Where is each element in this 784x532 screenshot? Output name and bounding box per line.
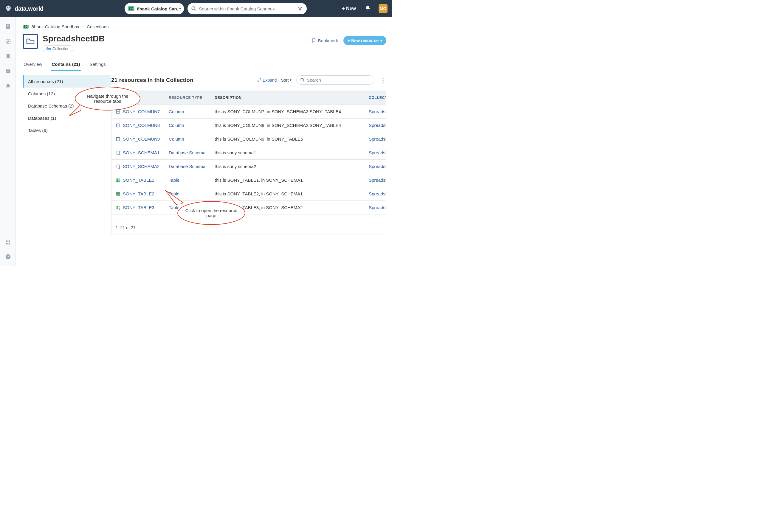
table-row[interactable]: TSONY_COLMUN9Columnthis is SONY_COLMUN9,… xyxy=(111,132,386,146)
tab-contains[interactable]: Contains (21) xyxy=(51,59,81,71)
bookmark-rail-icon[interactable] xyxy=(5,53,11,59)
svg-rect-14 xyxy=(6,240,7,242)
owl-icon xyxy=(4,5,12,12)
table-header: RESOURCE TYPE DESCRIPTION COLLECT xyxy=(111,91,386,105)
content-heading: 21 resources in this Collection xyxy=(111,77,253,83)
table-row[interactable]: SONY_TABLE3Tablethis is SONY_TABLE3, in … xyxy=(111,201,386,214)
svg-point-44 xyxy=(119,208,120,210)
crumb-section[interactable]: Collections xyxy=(87,24,109,29)
resource-desc-cell: this is SONY_COLMUN8, in SONY_SCHEMA2.SO… xyxy=(211,119,365,132)
chevron-down-icon: ▾ xyxy=(179,6,184,11)
search-input[interactable] xyxy=(196,6,297,11)
col-coll[interactable]: COLLECT xyxy=(365,91,386,105)
svg-rect-17 xyxy=(8,243,10,244)
catalog-label: 8bank Catalog San... xyxy=(135,6,179,11)
filter-icon[interactable] xyxy=(297,6,303,11)
explore-icon[interactable] xyxy=(5,38,11,45)
resource-name-cell[interactable]: SONY_SCHEMA2 xyxy=(116,164,160,169)
svg-rect-11 xyxy=(8,26,9,27)
content-search[interactable] xyxy=(296,76,374,85)
svg-rect-8 xyxy=(6,25,7,26)
table-footer: 1–21 of 21 xyxy=(111,221,386,234)
svg-point-3 xyxy=(7,7,8,8)
svg-point-34 xyxy=(119,181,120,182)
help-icon[interactable]: ? xyxy=(5,254,11,260)
search-icon xyxy=(300,78,305,83)
resource-type-cell[interactable]: Database Schema xyxy=(165,146,211,159)
resource-type-cell[interactable]: Table xyxy=(165,173,211,187)
org-icon[interactable] xyxy=(5,24,11,29)
resource-coll-cell[interactable]: Spreadshe xyxy=(365,160,386,173)
expand-icon xyxy=(257,78,261,82)
crumb-sep: › xyxy=(82,24,84,29)
bookmark-icon xyxy=(311,38,316,43)
resource-type-cell[interactable]: Column xyxy=(165,105,211,118)
collection-chip[interactable]: Collection xyxy=(43,45,73,52)
user-avatar[interactable]: MO xyxy=(379,4,388,13)
resource-coll-cell[interactable]: Spreadshe xyxy=(365,146,386,159)
resource-desc-cell: this is SONY_TABLE1, in SONY_SCHEMA1 xyxy=(211,173,365,187)
new-button[interactable]: + New xyxy=(339,4,359,13)
col-type[interactable]: RESOURCE TYPE xyxy=(165,91,211,105)
svg-text:T: T xyxy=(117,124,119,127)
crumb-badge: 8C xyxy=(23,25,29,29)
alerts-icon[interactable] xyxy=(5,83,11,89)
svg-point-4 xyxy=(9,7,9,8)
tab-settings[interactable]: Settings xyxy=(89,59,106,71)
resource-coll-cell[interactable]: Spreadshe xyxy=(365,105,386,118)
svg-line-6 xyxy=(195,9,196,10)
resource-type-cell[interactable]: Column xyxy=(165,119,211,132)
empty-row xyxy=(111,214,386,221)
table-row[interactable]: TSONY_COLMUN8Columnthis is SONY_COLMUN8,… xyxy=(111,118,386,132)
resource-name-cell[interactable]: SONY_SCHEMA1 xyxy=(116,150,160,155)
apps-icon[interactable] xyxy=(5,239,11,245)
notifications-button[interactable] xyxy=(363,5,373,12)
more-menu[interactable]: ⋮ xyxy=(379,77,386,83)
resource-name-cell[interactable]: SONY_TABLE3 xyxy=(116,205,160,210)
svg-rect-10 xyxy=(6,26,7,27)
resource-name-cell[interactable]: TSONY_COLMUN8 xyxy=(116,123,160,128)
resource-name-cell[interactable]: SONY_TABLE1 xyxy=(116,178,160,183)
resource-name-cell[interactable]: SONY_TABLE2 xyxy=(116,191,160,196)
catalog-selector[interactable]: 8C 8bank Catalog San... ▾ xyxy=(124,3,184,14)
catalog-badge: 8C xyxy=(128,6,135,11)
resource-type-cell[interactable]: Database Schema xyxy=(165,160,211,173)
svg-point-5 xyxy=(192,6,195,10)
resource-coll-cell[interactable]: Spreadshe xyxy=(365,201,386,214)
col-desc[interactable]: DESCRIPTION xyxy=(211,91,365,105)
svg-point-28 xyxy=(119,154,120,155)
table-row[interactable]: SONY_SCHEMA1Database Schemathis is sony … xyxy=(111,146,386,159)
resource-name-cell[interactable]: TSONY_COLMUN9 xyxy=(116,137,160,142)
folder-small-icon xyxy=(47,47,51,51)
global-search[interactable] xyxy=(188,3,307,14)
tab-overview[interactable]: Overview xyxy=(23,59,43,71)
resource-coll-cell[interactable]: Spreadshe xyxy=(365,173,386,187)
sort-button[interactable]: Sort ▼ xyxy=(281,78,292,83)
resource-coll-cell[interactable]: Spreadshe xyxy=(365,132,386,146)
resource-desc-cell: this is sony schema1 xyxy=(211,146,365,159)
sidebar-item-tables[interactable]: Tables (6) xyxy=(23,124,111,137)
annotation-click: Click to open the resource page xyxy=(177,201,246,231)
table-row[interactable]: SONY_TABLE2Tablethis is SONY_TABLE2, in … xyxy=(111,187,386,201)
search-icon xyxy=(191,6,196,11)
resource-desc-cell: this is SONY_TABLE2, in SONY_SCHEMA1 xyxy=(211,187,365,201)
resource-coll-cell[interactable]: Spreadshe xyxy=(365,187,386,201)
metrics-icon[interactable] xyxy=(5,68,11,74)
chevron-down-icon: ▾ xyxy=(381,39,382,42)
table-row[interactable]: SONY_TABLE1Tablethis is SONY_TABLE1, in … xyxy=(111,173,386,187)
resource-coll-cell[interactable]: Spreadshe xyxy=(365,119,386,132)
resource-type-cell[interactable]: Column xyxy=(165,132,211,146)
expand-button[interactable]: Expand xyxy=(257,78,277,83)
content-search-input[interactable] xyxy=(305,78,370,83)
table-row[interactable]: SONY_SCHEMA2Database Schemathis is sony … xyxy=(111,159,386,173)
resource-table: RESOURCE TYPE DESCRIPTION COLLECT TSONY_… xyxy=(111,91,386,221)
new-resource-button[interactable]: + New resource ▾ xyxy=(343,36,386,45)
crumb-org[interactable]: 8bank Catalog Sandbox xyxy=(32,24,79,29)
table-row[interactable]: TSONY_COLMUN7Columnthis is SONY_COLMUN7,… xyxy=(111,105,386,118)
resource-desc-cell: this is SONY_COLMUN7, in SONY_SCHEMA2.SO… xyxy=(211,105,365,118)
svg-rect-16 xyxy=(6,243,7,244)
bookmark-button[interactable]: Bookmark xyxy=(311,38,338,43)
sidebar-item-all[interactable]: All resources (21) xyxy=(23,76,111,88)
brand-logo[interactable]: data.world xyxy=(4,5,44,12)
svg-line-21 xyxy=(303,81,304,82)
